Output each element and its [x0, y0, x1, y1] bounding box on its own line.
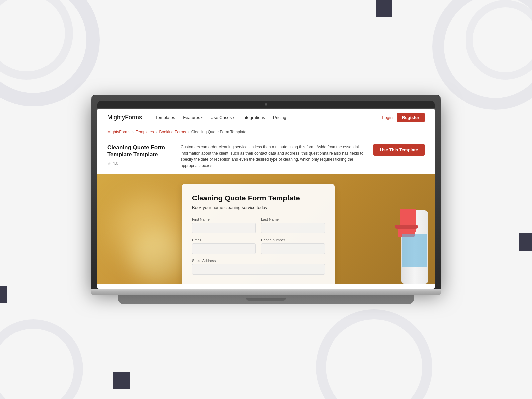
nav-pricing[interactable]: Pricing	[273, 115, 286, 120]
use-template-button[interactable]: Use This Template	[373, 144, 425, 156]
bg-blob-2	[131, 230, 184, 284]
nav-auth: Login Register	[382, 113, 425, 122]
nav-pricing-label: Pricing	[273, 115, 286, 120]
bg-circle-tl2	[0, 0, 73, 80]
email-input[interactable]	[192, 243, 256, 254]
form-card: Cleaning Quote Form Template Book your h…	[182, 184, 335, 284]
breadcrumb-templates[interactable]: Templates	[136, 130, 154, 134]
form-field-first-name: First Name	[192, 217, 256, 233]
bottle-nozzle	[395, 225, 418, 229]
nav-features[interactable]: Features ▾	[183, 115, 202, 120]
laptop-foot	[118, 295, 414, 304]
content-left: Cleaning Quote Form Template Template ★ …	[107, 144, 174, 169]
form-field-email: Email	[192, 238, 256, 254]
form-row-contact: Email Phone number	[192, 238, 325, 254]
breadcrumb-sep-2: ›	[156, 130, 157, 134]
bg-circle-tr	[432, 0, 532, 110]
bg-circle-bl	[0, 319, 83, 399]
nav-templates[interactable]: Templates	[155, 115, 175, 120]
breadcrumb-sep-1: ›	[132, 130, 134, 134]
laptop-screen: MightyForms Templates Features ▾ Use Cas…	[97, 109, 435, 289]
content-description: Customers can order cleaning services in…	[181, 144, 367, 169]
bg-square-2	[519, 233, 532, 251]
content-area: Cleaning Quote Form Template Template ★ …	[97, 138, 435, 174]
laptop-base	[91, 289, 441, 295]
first-name-label: First Name	[192, 217, 256, 221]
chevron-down-icon: ▾	[233, 116, 234, 119]
laptop-camera	[265, 103, 267, 106]
login-button[interactable]: Login	[382, 115, 393, 120]
logo-bold: Mighty	[107, 114, 125, 121]
register-button[interactable]: Register	[397, 113, 425, 122]
laptop-notch	[246, 298, 286, 301]
first-name-input[interactable]	[192, 223, 256, 233]
bg-square-3	[0, 286, 7, 303]
email-label: Email	[192, 238, 256, 242]
form-card-title: Cleaning Quote Form Template	[192, 194, 325, 202]
nav-links: Templates Features ▾ Use Cases ▾ Integra…	[155, 115, 382, 120]
breadcrumb-home[interactable]: MightyForms	[107, 130, 130, 134]
logo-light: Forms	[125, 114, 142, 121]
chevron-down-icon: ▾	[201, 116, 203, 119]
rating-value: 4.0	[113, 161, 118, 166]
address-input[interactable]	[192, 264, 325, 275]
laptop-camera-bar	[97, 101, 435, 108]
laptop-frame: MightyForms Templates Features ▾ Use Cas…	[91, 95, 441, 304]
bg-circle-tl	[0, 0, 100, 106]
site-logo[interactable]: MightyForms	[107, 114, 142, 121]
phone-input[interactable]	[261, 243, 325, 254]
bg-circle-br	[316, 309, 432, 399]
form-card-subtitle: Book your home cleaning service today!	[192, 205, 325, 210]
breadcrumb: MightyForms › Templates › Booking Forms …	[97, 126, 435, 138]
form-preview-area: Cleaning Quote Form Template Book your h…	[97, 174, 435, 284]
laptop-screen-frame: MightyForms Templates Features ▾ Use Cas…	[91, 95, 441, 289]
nav-use-cases-label: Use Cases	[211, 115, 232, 120]
rating-row: ★ 4.0	[107, 161, 174, 166]
last-name-label: Last Name	[261, 217, 325, 221]
bg-square-4	[113, 372, 130, 389]
spray-bottle-decoration	[368, 191, 435, 284]
site-nav: MightyForms Templates Features ▾ Use Cas…	[97, 109, 435, 126]
nav-integrations[interactable]: Integrations	[242, 115, 265, 120]
form-field-phone: Phone number	[261, 238, 325, 254]
star-icon: ★	[107, 161, 111, 166]
breadcrumb-booking-forms[interactable]: Booking Forms	[159, 130, 186, 134]
form-field-last-name: Last Name	[261, 217, 325, 233]
breadcrumb-current: Cleaning Quote Form Template	[191, 130, 247, 134]
form-field-address: Street Address	[192, 259, 325, 275]
phone-label: Phone number	[261, 238, 325, 242]
form-row-name: First Name Last Name	[192, 217, 325, 233]
last-name-input[interactable]	[261, 223, 325, 233]
bottle-label	[402, 234, 427, 267]
nav-features-label: Features	[183, 115, 200, 120]
bg-square-1	[376, 0, 392, 17]
nav-templates-label: Templates	[155, 115, 175, 120]
breadcrumb-sep-3: ›	[188, 130, 189, 134]
nav-use-cases[interactable]: Use Cases ▾	[211, 115, 235, 120]
bg-circle-tr2	[466, 0, 532, 80]
page-title: Cleaning Quote Form Template Template	[107, 144, 174, 158]
nav-integrations-label: Integrations	[242, 115, 265, 120]
address-label: Street Address	[192, 259, 325, 263]
